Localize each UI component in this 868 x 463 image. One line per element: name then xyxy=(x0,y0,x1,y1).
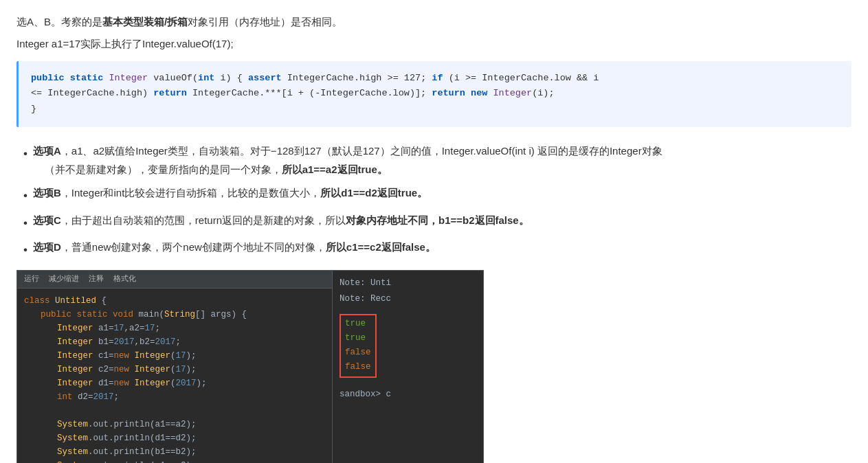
ide-line-b1: Integer b1=2017,b2=2017; xyxy=(24,335,325,349)
ide-toolbar[interactable]: 运行 减少缩进 注释 格式化 xyxy=(17,271,332,289)
bullet-dot-b: • xyxy=(23,185,27,206)
bottom-section: 运行 减少缩进 注释 格式化 class Untitled { public s… xyxy=(16,270,852,463)
comment-button[interactable]: 注释 xyxy=(85,272,108,286)
run-button[interactable]: 运行 xyxy=(20,272,43,286)
code-line3: } xyxy=(31,102,839,117)
bullet-item-a: • 选项A，a1、a2赋值给Integer类型，自动装箱。对于−128到127（… xyxy=(23,142,852,179)
bullet-text-a: 选项A，a1、a2赋值给Integer类型，自动装箱。对于−128到127（默认… xyxy=(33,142,663,179)
bullet-text-c: 选项C，由于超出自动装箱的范围，return返回的是新建的对象，所以对象内存地址… xyxy=(33,212,529,229)
ide-line-print-b: System.out.println(b1==b2); xyxy=(24,445,325,459)
code-block: public static Integer valueOf(int i) { a… xyxy=(16,61,852,128)
bullet-item-b: • 选项B，Integer和int比较会进行自动拆箱，比较的是数值大小，所以d1… xyxy=(23,184,852,206)
bullet-item-d: • 选项D，普通new创建对象，两个new创建两个地址不同的对像，所以c1==c… xyxy=(23,238,852,260)
ide-line-class: class Untitled { xyxy=(24,294,325,308)
ide-line-print-a: System.out.println(a1==a2); xyxy=(24,418,325,431)
output-result-3: false xyxy=(345,346,371,360)
ide-line-a1: Integer a1=17,a2=17; xyxy=(24,321,325,335)
ide-line-print-d: System.out.println(d1==d2); xyxy=(24,431,325,445)
output-result-4: false xyxy=(345,360,371,374)
format-button[interactable]: 格式化 xyxy=(109,272,140,286)
ide-line-print-c: System.out.println(c1==c2); xyxy=(24,459,325,463)
output-result-1: true xyxy=(345,317,371,331)
intro-bold-text: 基本类型装箱/拆箱 xyxy=(102,16,188,27)
output-note2: Note: Recc xyxy=(340,292,476,306)
ide-line-c1: Integer c1=new Integer(17); xyxy=(24,349,325,363)
ide-block: 运行 减少缩进 注释 格式化 class Untitled { public s… xyxy=(16,270,333,463)
ide-line-d2: int d2=2017; xyxy=(24,390,325,404)
output-panel: Note: Unti Note: Recc true true false fa… xyxy=(333,270,484,463)
code-line1: public static Integer valueOf(int i) { a… xyxy=(31,71,839,87)
dedent-button[interactable]: 减少缩进 xyxy=(45,272,83,286)
intro-line2: Integer a1=17实际上执行了Integer.valueOf(17); xyxy=(16,35,852,53)
bullet-dot-d: • xyxy=(23,240,27,260)
bullet-dot-a: • xyxy=(23,144,27,164)
bullet-text-b: 选项B，Integer和int比较会进行自动拆箱，比较的是数值大小，所以d1==… xyxy=(33,184,427,202)
intro-line1: 选A、B。考察的是基本类型装箱/拆箱对象引用（内存地址）是否相同。 xyxy=(16,12,852,31)
bullet-dot-c: • xyxy=(23,213,27,234)
bullet-item-c: • 选项C，由于超出自动装箱的范围，return返回的是新建的对象，所以对象内存… xyxy=(23,212,852,234)
output-note1: Note: Unti xyxy=(340,276,476,291)
bullet-text-d: 选项D，普通new创建对象，两个new创建两个地址不同的对像，所以c1==c2返… xyxy=(33,238,436,256)
ide-line-blank xyxy=(24,404,325,418)
output-results-box: true true false false xyxy=(340,314,377,378)
code-line2: <= IntegerCache.high) return IntegerCach… xyxy=(31,86,839,102)
ide-code: class Untitled { public static void main… xyxy=(17,289,332,463)
output-result-2: true xyxy=(345,331,371,346)
ide-line-c2: Integer c2=new Integer(17); xyxy=(24,363,325,376)
output-sandbox: sandbox> c xyxy=(340,387,476,402)
ide-line-main: public static void main(String[] args) { xyxy=(24,308,325,321)
bullet-list: • 选项A，a1、a2赋值给Integer类型，自动装箱。对于−128到127（… xyxy=(23,142,852,260)
ide-line-d1: Integer d1=new Integer(2017); xyxy=(24,376,325,390)
